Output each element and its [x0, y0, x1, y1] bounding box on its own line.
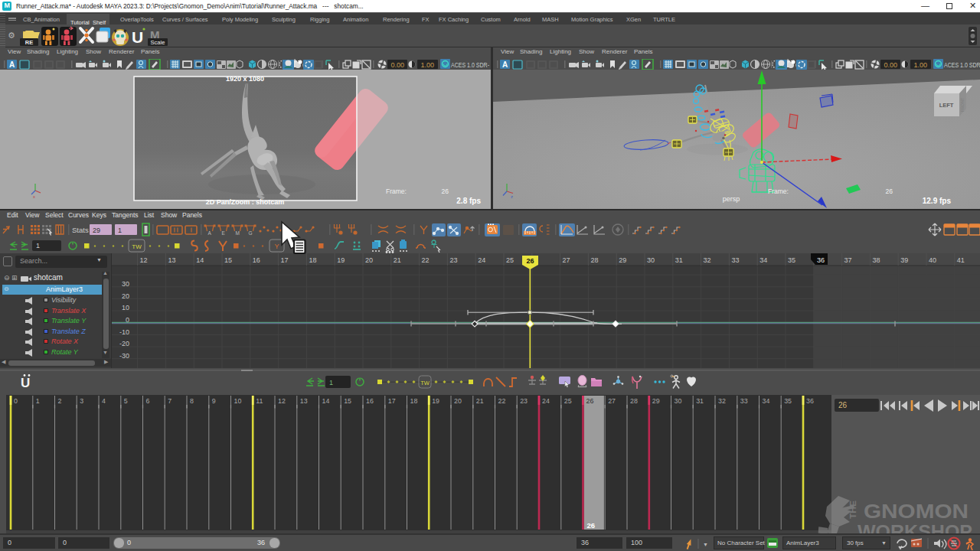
svg-text:20: 20 [454, 397, 462, 405]
svg-text:25: 25 [506, 256, 514, 264]
svg-text:8: 8 [190, 397, 194, 405]
svg-text:29: 29 [93, 227, 100, 234]
svg-text:z: z [511, 194, 513, 199]
svg-text:26: 26 [526, 257, 534, 265]
svg-text:17: 17 [388, 397, 396, 405]
svg-text:32: 32 [704, 256, 711, 264]
svg-text:4: 4 [102, 397, 106, 405]
svg-text:33: 33 [740, 397, 748, 405]
svg-text:1: 1 [118, 227, 122, 234]
svg-text:20: 20 [365, 256, 373, 264]
svg-text:-10: -10 [119, 328, 129, 336]
svg-text:41: 41 [957, 256, 965, 264]
svg-text:1.00: 1.00 [913, 61, 927, 69]
svg-text:15: 15 [224, 256, 232, 264]
svg-text:G: G [249, 230, 253, 236]
svg-text:24: 24 [478, 256, 485, 264]
svg-text:GNOMON: GNOMON [864, 500, 969, 522]
svg-text:▼: ▼ [703, 542, 708, 547]
svg-text:A: A [502, 60, 508, 69]
svg-text:19: 19 [432, 397, 439, 405]
svg-text:40: 40 [929, 256, 936, 264]
svg-text:29: 29 [619, 256, 626, 264]
svg-text:36: 36 [817, 256, 825, 264]
svg-text:6: 6 [146, 397, 150, 405]
svg-text:23: 23 [520, 397, 528, 405]
svg-text:1.00: 1.00 [420, 61, 434, 69]
svg-text:22: 22 [422, 256, 430, 264]
svg-text:22: 22 [498, 397, 506, 405]
svg-text:13: 13 [300, 397, 308, 405]
svg-text:39: 39 [900, 256, 908, 264]
svg-text:2.8 fps: 2.8 fps [456, 197, 481, 205]
svg-text:LEFT: LEFT [939, 102, 954, 109]
svg-text:ACES 1.0 SDR-: ACES 1.0 SDR- [451, 60, 489, 69]
svg-text:34: 34 [760, 256, 767, 264]
svg-text:0.00: 0.00 [390, 61, 404, 69]
svg-text:30: 30 [675, 397, 682, 405]
svg-text:0.00: 0.00 [884, 61, 897, 69]
svg-text:26: 26 [442, 187, 449, 195]
svg-text:3: 3 [80, 397, 83, 405]
svg-text:16: 16 [366, 397, 374, 405]
svg-text:24: 24 [542, 397, 550, 405]
svg-text:-30: -30 [119, 352, 129, 360]
svg-text:12: 12 [278, 397, 286, 405]
svg-text:14: 14 [322, 397, 330, 405]
svg-text:28: 28 [630, 397, 638, 405]
svg-text:Frame:: Frame: [386, 187, 407, 195]
svg-text:Frame:: Frame: [768, 187, 789, 195]
svg-text:TW: TW [420, 380, 430, 386]
svg-text:x: x [33, 194, 35, 199]
svg-text:FRONT: FRONT [960, 97, 965, 112]
svg-text:TW: TW [132, 243, 142, 250]
svg-text:1: 1 [36, 242, 40, 249]
svg-text:15: 15 [344, 397, 351, 405]
svg-text:A: A [208, 230, 212, 236]
svg-text:9: 9 [212, 397, 216, 405]
svg-text:26: 26 [586, 397, 594, 405]
svg-text:1920 x 1080: 1920 x 1080 [226, 75, 264, 83]
svg-text:A: A [9, 60, 15, 69]
svg-text:2: 2 [58, 397, 62, 405]
svg-text:30: 30 [122, 280, 129, 288]
svg-text:14: 14 [196, 256, 204, 264]
svg-text:0: 0 [14, 397, 18, 405]
svg-text:11: 11 [256, 397, 263, 405]
svg-text:27: 27 [608, 397, 616, 405]
svg-text:18: 18 [410, 397, 418, 405]
svg-text:38: 38 [872, 256, 880, 264]
svg-text:Scale: Scale [151, 39, 165, 46]
svg-text:10: 10 [122, 304, 129, 311]
svg-text:26: 26 [587, 521, 596, 530]
svg-text:U: U [132, 28, 143, 46]
svg-text:29: 29 [652, 397, 660, 405]
svg-text:12: 12 [140, 256, 148, 264]
svg-text:23: 23 [449, 256, 457, 264]
svg-text:2D Pan/Zoom : shotcam: 2D Pan/Zoom : shotcam [206, 198, 285, 206]
svg-text:-20: -20 [119, 340, 129, 347]
svg-text:37: 37 [844, 256, 852, 264]
svg-text:35: 35 [788, 256, 795, 264]
svg-text:M: M [236, 230, 240, 236]
svg-text:33: 33 [731, 256, 739, 264]
svg-text:1: 1 [329, 379, 333, 386]
svg-text:ACES 1.0 SDR-: ACES 1.0 SDR- [944, 60, 980, 69]
svg-text:16: 16 [253, 256, 260, 264]
svg-text:THE: THE [848, 500, 858, 519]
svg-text:RE: RE [25, 39, 33, 46]
svg-text:28: 28 [590, 256, 598, 264]
svg-text:36: 36 [806, 397, 814, 405]
svg-text:34: 34 [763, 397, 770, 405]
svg-text:20: 20 [122, 292, 129, 300]
svg-text:persp: persp [723, 195, 740, 203]
svg-text:1: 1 [36, 397, 40, 405]
svg-text:10: 10 [234, 397, 242, 405]
svg-text:30: 30 [647, 256, 655, 264]
svg-text:27: 27 [563, 256, 570, 264]
svg-text:31: 31 [675, 256, 683, 264]
svg-text:5: 5 [124, 397, 128, 405]
svg-text:35: 35 [784, 397, 792, 405]
svg-text:21: 21 [476, 397, 484, 405]
svg-text:U: U [21, 376, 30, 390]
